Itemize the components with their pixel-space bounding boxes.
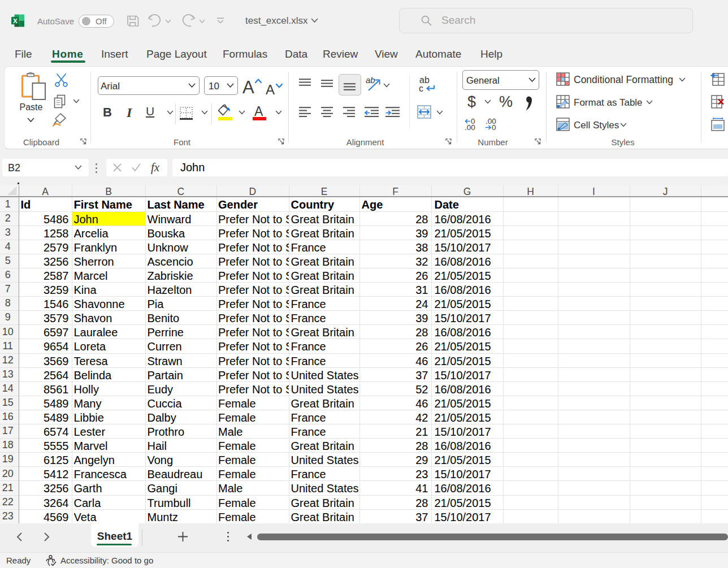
svg-text:0: 0	[492, 123, 496, 132]
svg-text:X: X	[13, 18, 18, 24]
svg-text:.00: .00	[465, 123, 475, 132]
